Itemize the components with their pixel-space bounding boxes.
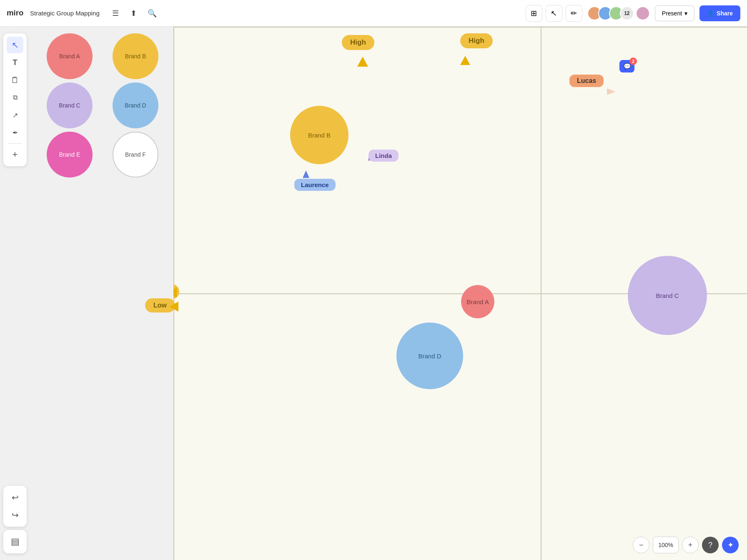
high-arrow xyxy=(357,57,368,67)
ai-assist-button[interactable]: ✦ xyxy=(722,537,739,553)
pen-tool-button[interactable]: ✒ xyxy=(7,124,23,141)
redo-button[interactable]: ↪ xyxy=(7,507,23,523)
bottom-toolbar: − 100% + ? ✦ xyxy=(633,537,739,553)
cursor-icon: ↖ xyxy=(12,40,19,50)
legend-panel: Brand A Brand B Brand C Brand D Brand E … xyxy=(32,27,173,260)
brand-c-label: Brand C xyxy=(59,102,80,109)
undo-icon: ↩ xyxy=(12,492,19,502)
present-button[interactable]: Present ▾ xyxy=(655,5,694,21)
high-tag: High xyxy=(342,35,374,50)
legend-item-brand-f[interactable]: Brand F xyxy=(104,132,167,178)
brand-a-circle[interactable]: Brand A xyxy=(47,33,93,79)
canvas-brand-d[interactable]: Brand D xyxy=(396,322,463,389)
arrow-tool-button[interactable]: ↗ xyxy=(7,107,23,123)
logo[interactable]: miro xyxy=(7,8,23,19)
select-mode-button[interactable]: ↖ xyxy=(546,5,562,22)
undo-button[interactable]: ↩ xyxy=(7,489,23,506)
v-axis-line xyxy=(541,27,541,560)
canvas-brand-b-label: Brand B xyxy=(308,132,331,139)
high-tag-canvas: High xyxy=(460,33,493,48)
panel-icon: ▤ xyxy=(11,536,20,547)
legend-item-brand-e[interactable]: Brand E xyxy=(38,132,101,178)
present-label: Present xyxy=(662,10,682,17)
minus-icon: − xyxy=(639,541,644,550)
lucas-label: Lucas xyxy=(569,75,604,87)
legend-item-brand-d[interactable]: Brand D xyxy=(104,82,167,128)
brand-d-circle[interactable]: Brand D xyxy=(113,82,158,128)
share-label: Share xyxy=(717,10,733,17)
comment-count: 2 xyxy=(629,58,637,65)
header-right: ⊞ ↖ ✏ 12 Present ▾ 👤 Share xyxy=(526,5,740,22)
avatar-extra xyxy=(636,6,650,20)
brand-e-circle[interactable]: Brand E xyxy=(47,132,93,178)
share-export-button[interactable]: ⬆ xyxy=(126,6,141,21)
laurence-label: Laurence xyxy=(294,179,336,191)
text-tool-button[interactable]: T xyxy=(7,54,23,71)
menu-button[interactable]: ☰ xyxy=(108,6,123,21)
panel-toggle-button[interactable]: ▤ xyxy=(3,530,27,553)
brand-d-label: Brand D xyxy=(125,102,146,109)
question-icon: ? xyxy=(708,541,712,550)
canvas-brand-d-label: Brand D xyxy=(418,352,441,360)
brand-f-label: Brand F xyxy=(125,151,146,158)
legend-item-brand-b[interactable]: Brand B xyxy=(104,33,167,79)
link-icon: ⧉ xyxy=(13,94,18,101)
brand-c-circle[interactable]: Brand C xyxy=(47,82,93,128)
toolbar-divider xyxy=(8,143,22,144)
sparkle-icon: ✦ xyxy=(727,540,734,550)
add-tool-button[interactable]: + xyxy=(7,146,23,163)
brand-f-circle[interactable]: Brand F xyxy=(113,132,158,178)
header-menu-icons: ☰ ⬆ 🔍 xyxy=(108,6,160,21)
linda-label: Linda xyxy=(368,150,399,162)
brand-a-label: Brand A xyxy=(59,53,80,60)
brand-b-circle[interactable]: Brand B xyxy=(113,33,158,79)
redo-icon: ↪ xyxy=(12,510,19,520)
plus-icon: + xyxy=(688,541,693,550)
plus-icon: + xyxy=(13,149,18,160)
low-arrow xyxy=(169,302,178,312)
svg-text:miro: miro xyxy=(7,8,23,17)
legend-item-brand-c[interactable]: Brand C xyxy=(38,82,101,128)
top-border-line xyxy=(173,27,747,28)
pen-icon: ✒ xyxy=(13,129,18,137)
sticky-icon: 🗒 xyxy=(11,75,19,85)
help-button[interactable]: ? xyxy=(702,537,719,553)
undo-redo-panel: ↩ ↪ xyxy=(3,486,27,527)
canvas-brand-c[interactable]: Brand C xyxy=(628,256,707,335)
zoom-level: 100% xyxy=(658,542,673,548)
lucas-cursor xyxy=(607,88,615,95)
link-tool-button[interactable]: ⧉ xyxy=(7,89,23,106)
share-icon: 👤 xyxy=(707,10,714,17)
left-toolbar: ↖ T 🗒 ⧉ ↗ ✒ + xyxy=(3,33,27,166)
zoom-in-button[interactable]: + xyxy=(682,537,699,553)
canvas-brand-c-label: Brand C xyxy=(656,292,679,299)
brand-e-label: Brand E xyxy=(59,151,80,158)
select-tool-button[interactable]: ↖ xyxy=(7,37,23,53)
main-canvas[interactable]: High Low Brand B Laurence Linda Lucas 💬 … xyxy=(173,27,747,560)
widget-toolbar-button[interactable]: ⊞ xyxy=(526,5,542,22)
chevron-down-icon: ▾ xyxy=(684,10,687,17)
avatars: 12 xyxy=(591,6,650,20)
header: miro Strategic Group Mapping ☰ ⬆ 🔍 ⊞ ↖ ✏… xyxy=(0,0,747,27)
search-button[interactable]: 🔍 xyxy=(145,6,160,21)
laser-button[interactable]: ✏ xyxy=(566,5,582,22)
canvas-brand-a[interactable]: Brand A xyxy=(461,285,494,318)
avatar-count: 12 xyxy=(620,6,634,20)
zoom-out-button[interactable]: − xyxy=(633,537,649,553)
brand-b-label: Brand B xyxy=(125,53,146,60)
text-icon: T xyxy=(13,58,18,67)
board-title: Strategic Group Mapping xyxy=(30,10,100,17)
legend-item-brand-a[interactable]: Brand A xyxy=(38,33,101,79)
canvas-brand-b[interactable]: Brand B xyxy=(290,106,348,164)
comment-bubble[interactable]: 💬 2 xyxy=(619,60,634,72)
canvas-brand-a-label: Brand A xyxy=(466,298,489,305)
arrow-icon: ↗ xyxy=(13,111,18,119)
zoom-display: 100% xyxy=(653,537,679,553)
sticky-tool-button[interactable]: 🗒 xyxy=(7,72,23,88)
share-button[interactable]: 👤 Share xyxy=(699,5,740,21)
laurence-cursor xyxy=(303,170,309,180)
toolbar-right: ⊞ ↖ ✏ xyxy=(526,5,582,22)
